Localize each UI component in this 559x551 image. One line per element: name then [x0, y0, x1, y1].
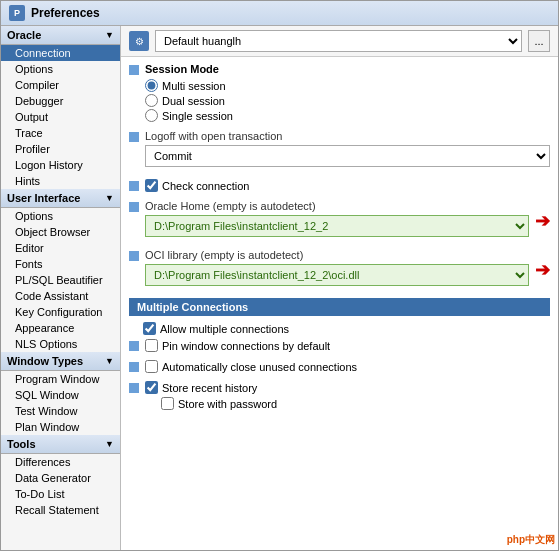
sidebar-item-plsql-beautifier[interactable]: PL/SQL Beautifier — [1, 272, 120, 288]
auto-close-section: Automatically close unused connections — [129, 360, 550, 373]
connection-icon: ⚙ — [129, 31, 149, 51]
oci-library-bullet — [129, 251, 139, 261]
multiple-connections-header: Multiple Connections — [129, 298, 550, 316]
pin-window-checkbox[interactable]: Pin window connections by default — [145, 339, 550, 352]
oracle-home-bullet — [129, 202, 139, 212]
sidebar-item-hints[interactable]: Hints — [1, 173, 120, 189]
sidebar-section-user-interface[interactable]: User Interface ▼ — [1, 189, 120, 208]
sidebar-item-fonts[interactable]: Fonts — [1, 256, 120, 272]
sidebar-section-window-types[interactable]: Window Types ▼ — [1, 352, 120, 371]
session-radio-group: Multi session Dual session Single sessio… — [145, 79, 550, 122]
sidebar-item-program-window[interactable]: Program Window — [1, 371, 120, 387]
sidebar-item-todo-list[interactable]: To-Do List — [1, 486, 120, 502]
oracle-home-arrow-icon: ➔ — [535, 210, 550, 232]
connection-select[interactable]: Default huanglh — [155, 30, 522, 52]
check-connection-bullet — [129, 181, 139, 191]
session-mode-section: Session Mode Multi session Dual session — [129, 63, 550, 122]
pin-window-bullet — [129, 341, 139, 351]
logoff-select[interactable]: Commit Rollback Ask — [145, 145, 550, 167]
sidebar-item-key-configuration[interactable]: Key Configuration — [1, 304, 120, 320]
check-connection-section: Check connection — [129, 179, 550, 192]
check-connection-checkbox[interactable]: Check connection — [145, 179, 550, 192]
oci-library-field-row: D:\Program Files\instantclient_12_2\oci.… — [145, 264, 529, 286]
pin-window-label: Pin window connections by default — [162, 340, 330, 352]
oci-library-label: OCI library (empty is autodetect) — [145, 249, 529, 261]
oracle-home-section: Oracle Home (empty is autodetect) D:\Pro… — [129, 200, 550, 241]
sidebar-item-editor[interactable]: Editor — [1, 240, 120, 256]
store-password-checkbox[interactable]: Store with password — [145, 397, 550, 410]
allow-multiple-checkbox[interactable]: Allow multiple connections — [143, 322, 550, 335]
sidebar-item-object-browser[interactable]: Object Browser — [1, 224, 120, 240]
window-icon: P — [9, 5, 25, 21]
pin-window-section: Pin window connections by default — [129, 339, 550, 352]
radio-dual-session[interactable]: Dual session — [145, 94, 550, 107]
sidebar-item-plan-window[interactable]: Plan Window — [1, 419, 120, 435]
store-recent-bullet — [129, 383, 139, 393]
more-options-button[interactable]: ... — [528, 30, 550, 52]
sidebar-item-recall-statement[interactable]: Recall Statement — [1, 502, 120, 518]
sidebar-item-code-assistant[interactable]: Code Assistant — [1, 288, 120, 304]
multiple-connections-title: Multiple Connections — [137, 301, 248, 313]
sidebar-item-output[interactable]: Output — [1, 109, 120, 125]
multi-session-label: Multi session — [162, 80, 226, 92]
sidebar-item-ui-options[interactable]: Options — [1, 208, 120, 224]
sidebar-item-nls-options[interactable]: NLS Options — [1, 336, 120, 352]
sidebar-item-trace[interactable]: Trace — [1, 125, 120, 141]
sidebar: Oracle ▼ Connection Options Compiler Deb… — [1, 26, 121, 550]
user-interface-arrow-icon: ▼ — [105, 193, 114, 203]
store-recent-label: Store recent history — [162, 382, 257, 394]
sidebar-item-appearance[interactable]: Appearance — [1, 320, 120, 336]
sidebar-item-differences[interactable]: Differences — [1, 454, 120, 470]
store-recent-checkbox[interactable]: Store recent history — [145, 381, 550, 394]
radio-multi-session[interactable]: Multi session — [145, 79, 550, 92]
window-types-arrow-icon: ▼ — [105, 356, 114, 366]
toolbar: ⚙ Default huanglh ... — [121, 26, 558, 57]
sidebar-item-debugger[interactable]: Debugger — [1, 93, 120, 109]
store-password-label: Store with password — [178, 398, 277, 410]
sidebar-section-tools[interactable]: Tools ▼ — [1, 435, 120, 454]
sidebar-item-connection[interactable]: Connection — [1, 45, 120, 61]
oci-library-arrow-icon: ➔ — [535, 259, 550, 281]
store-recent-section: Store recent history Store with password — [129, 381, 550, 410]
oracle-home-label: Oracle Home (empty is autodetect) — [145, 200, 529, 212]
check-connection-label: Check connection — [162, 180, 249, 192]
sidebar-section-oracle[interactable]: Oracle ▼ — [1, 26, 120, 45]
oracle-home-select[interactable]: D:\Program Files\instantclient_12_2 — [145, 215, 529, 237]
sidebar-item-sql-window[interactable]: SQL Window — [1, 387, 120, 403]
auto-close-label: Automatically close unused connections — [162, 361, 357, 373]
auto-close-checkbox[interactable]: Automatically close unused connections — [145, 360, 550, 373]
right-panel: ⚙ Default huanglh ... Session Mode — [121, 26, 558, 550]
sidebar-item-options[interactable]: Options — [1, 61, 120, 77]
oci-library-select[interactable]: D:\Program Files\instantclient_12_2\oci.… — [145, 264, 529, 286]
allow-multiple-row: Allow multiple connections — [129, 322, 550, 335]
tools-arrow-icon: ▼ — [105, 439, 114, 449]
logoff-section: Logoff with open transaction Commit Roll… — [129, 130, 550, 171]
single-session-label: Single session — [162, 110, 233, 122]
logoff-label: Logoff with open transaction — [145, 130, 550, 142]
radio-single-session[interactable]: Single session — [145, 109, 550, 122]
logoff-bullet — [129, 132, 139, 142]
oracle-arrow-icon: ▼ — [105, 30, 114, 40]
sidebar-item-data-generator[interactable]: Data Generator — [1, 470, 120, 486]
session-mode-bullet — [129, 65, 139, 75]
title-bar: P Preferences — [1, 1, 558, 26]
dual-session-label: Dual session — [162, 95, 225, 107]
sidebar-item-test-window[interactable]: Test Window — [1, 403, 120, 419]
allow-multiple-label: Allow multiple connections — [160, 323, 289, 335]
auto-close-bullet — [129, 362, 139, 372]
sidebar-item-logon-history[interactable]: Logon History — [1, 157, 120, 173]
sidebar-item-profiler[interactable]: Profiler — [1, 141, 120, 157]
sidebar-item-compiler[interactable]: Compiler — [1, 77, 120, 93]
oracle-home-field-row: D:\Program Files\instantclient_12_2 — [145, 215, 529, 237]
content-area: Session Mode Multi session Dual session — [121, 57, 558, 424]
session-mode-title: Session Mode — [145, 63, 550, 75]
window-title: Preferences — [31, 6, 100, 20]
logoff-field-row: Commit Rollback Ask — [145, 145, 550, 167]
oci-library-section: OCI library (empty is autodetect) D:\Pro… — [129, 249, 550, 290]
